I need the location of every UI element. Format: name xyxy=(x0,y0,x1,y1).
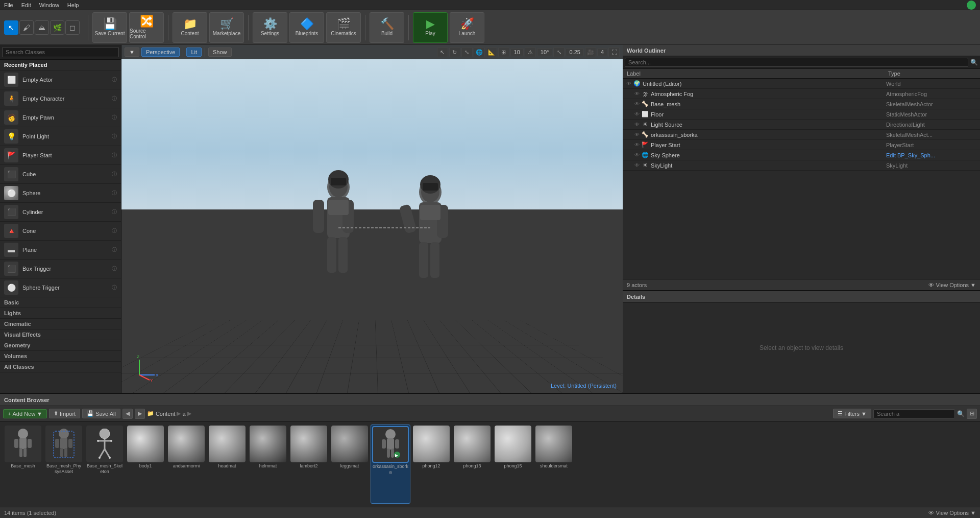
place-item-cube[interactable]: ⬛ Cube ⓘ xyxy=(0,165,121,184)
asset-phong13[interactable]: phong13 xyxy=(452,425,492,504)
outliner-item-orkassasin[interactable]: 👁 🦴 orkassasin_sborka SkeletalMeshAct... xyxy=(623,130,980,140)
category-cinematic[interactable]: Cinematic xyxy=(0,319,121,329)
marketplace-button[interactable]: 🛒 Marketplace xyxy=(209,12,244,43)
place-item-player-start[interactable]: 🚩 Player Start ⓘ xyxy=(0,146,121,165)
angle-snap-btn[interactable]: ⚠ xyxy=(525,47,536,57)
place-item-empty-character[interactable]: 🧍 Empty Character ⓘ xyxy=(0,89,121,108)
scale-snap-btn[interactable]: ⤡ xyxy=(553,47,565,57)
place-item-box-trigger[interactable]: ⬛ Box Trigger ⓘ xyxy=(0,260,121,278)
asset-headmat[interactable]: headmat xyxy=(207,425,247,504)
empty-pawn-info[interactable]: ⓘ xyxy=(112,114,117,121)
outliner-item-player-start[interactable]: 👁 🚩 Player Start PlayerStart xyxy=(623,140,980,150)
asset-lambert2[interactable]: lambert2 xyxy=(289,425,329,504)
mode-paint-btn[interactable]: 🖌 xyxy=(19,20,34,35)
nav-back-button[interactable]: ◀ xyxy=(122,409,133,419)
content-button[interactable]: 📁 Content xyxy=(173,12,207,43)
sphere-info[interactable]: ⓘ xyxy=(112,190,117,197)
rotate-btn[interactable]: ↻ xyxy=(449,47,460,57)
type-sky-sphere[interactable]: Edit BP_Sky_Sph... xyxy=(886,152,978,158)
perspective-btn[interactable]: Perspective xyxy=(141,48,180,57)
path-a[interactable]: a xyxy=(182,411,185,417)
vis-atm-fog[interactable]: 👁 xyxy=(633,90,641,98)
lit-btn[interactable]: Lit xyxy=(186,48,202,57)
place-item-empty-pawn[interactable]: 🧑 Empty Pawn ⓘ xyxy=(0,108,121,127)
box-trigger-info[interactable]: ⓘ xyxy=(112,265,117,272)
path-content[interactable]: Content xyxy=(156,411,176,417)
menu-window[interactable]: Window xyxy=(39,2,59,8)
cylinder-info[interactable]: ⓘ xyxy=(112,208,117,216)
show-btn[interactable]: Show xyxy=(208,48,232,57)
vis-untitled[interactable]: 👁 xyxy=(625,80,633,88)
asset-base-mesh[interactable]: Base_mesh xyxy=(3,425,43,504)
place-item-sphere[interactable]: ⚪ Sphere ⓘ xyxy=(0,184,121,203)
maximize-btn[interactable]: ⛶ xyxy=(608,47,620,57)
settings-button[interactable]: ⚙️ Settings xyxy=(253,12,287,43)
asset-helmmat[interactable]: helmmat xyxy=(248,425,288,504)
outliner-view-options[interactable]: 👁 View Options ▼ xyxy=(928,282,976,288)
vis-floor[interactable]: 👁 xyxy=(633,110,641,119)
outliner-search-input[interactable] xyxy=(625,58,968,67)
menu-file[interactable]: File xyxy=(4,2,13,8)
asset-andsarmorms[interactable]: andsarmormi xyxy=(166,425,206,504)
category-basic[interactable]: Basic xyxy=(0,297,121,308)
category-lights[interactable]: Lights xyxy=(0,308,121,319)
place-search-input[interactable] xyxy=(2,47,119,57)
category-volumes[interactable]: Volumes xyxy=(0,351,121,362)
surface-snapping-btn[interactable]: 📐 xyxy=(486,47,497,57)
category-recently-placed[interactable]: Recently Placed xyxy=(0,60,121,70)
place-item-empty-actor[interactable]: ⬜ Empty Actor ⓘ xyxy=(0,70,121,89)
play-button[interactable]: ▶ Play xyxy=(413,12,448,43)
import-button[interactable]: ⬆ Import xyxy=(49,409,80,418)
outliner-item-sky-sphere[interactable]: 👁 🌐 Sky Sphere Edit BP_Sky_Sph... xyxy=(623,150,980,160)
place-item-sphere-trigger[interactable]: ⚪ Sphere Trigger ⓘ xyxy=(0,278,121,297)
cinematics-button[interactable]: 🎬 Cinematics xyxy=(326,12,361,43)
blueprints-button[interactable]: 🔷 Blueprints xyxy=(289,12,324,43)
outliner-item-atmospheric-fog[interactable]: 👁 🌫 Atmospheric Fog AtmosphericFog xyxy=(623,89,980,99)
point-light-info[interactable]: ⓘ xyxy=(112,133,117,140)
vis-base-mesh[interactable]: 👁 xyxy=(633,100,641,108)
source-control-button[interactable]: 🔀 Source Control xyxy=(129,12,164,43)
place-item-cylinder[interactable]: ⬛ Cylinder ⓘ xyxy=(0,203,121,222)
asset-leggsmat[interactable]: leggsmat xyxy=(330,425,370,504)
outliner-item-base-mesh[interactable]: 👁 🦴 Base_mesh SkeletalMeshActor xyxy=(623,99,980,109)
outliner-item-skylight[interactable]: 👁 ☀ SkyLight SkyLight xyxy=(623,160,980,171)
nav-forward-button[interactable]: ▶ xyxy=(135,409,145,419)
asset-orkassasin-sborka[interactable]: ▶ orkassasin_sborka xyxy=(371,425,410,504)
mode-select-btn[interactable]: ↖ xyxy=(4,20,18,35)
vis-player-start[interactable]: 👁 xyxy=(633,141,641,149)
sphere-trigger-info[interactable]: ⓘ xyxy=(112,284,117,291)
filters-button[interactable]: ☰ Filters ▼ xyxy=(833,409,871,418)
camera-speed-btn[interactable]: 🎥 xyxy=(585,47,596,57)
asset-shouldersmat[interactable]: shouldersmat xyxy=(534,425,574,504)
menu-help[interactable]: Help xyxy=(67,2,79,8)
cb-view-toggle[interactable]: ⊞ xyxy=(967,409,977,419)
viewport-options-btn[interactable]: ▼ xyxy=(125,48,139,57)
plane-info[interactable]: ⓘ xyxy=(112,246,117,253)
menu-edit[interactable]: Edit xyxy=(21,2,31,8)
outliner-item-floor[interactable]: 👁 ⬜ Floor StaticMeshActor xyxy=(623,109,980,120)
save-current-button[interactable]: 💾 Save Current xyxy=(92,12,127,43)
empty-character-info[interactable]: ⓘ xyxy=(112,95,117,102)
mode-landscape-btn[interactable]: ⛰ xyxy=(35,20,49,35)
outliner-item-light-source[interactable]: 👁 ☀ Light Source DirectionalLight xyxy=(623,120,980,130)
mode-geometry-btn[interactable]: ◻ xyxy=(65,20,80,35)
outliner-item-untitled[interactable]: 👁 🌍 Untitled (Editor) World xyxy=(623,79,980,89)
vis-skylight[interactable]: 👁 xyxy=(633,161,641,170)
scale-btn[interactable]: ⤡ xyxy=(461,47,473,57)
translate-btn[interactable]: ↖ xyxy=(437,47,448,57)
viewport[interactable]: ▼ Perspective Lit Show ↖ ↻ ⤡ 🌐 📐 ⊞ 10 ⚠ … xyxy=(121,45,623,393)
cb-search-input[interactable] xyxy=(873,409,955,418)
player-start-info[interactable]: ⓘ xyxy=(112,152,117,159)
category-all-classes[interactable]: All Classes xyxy=(0,362,121,372)
place-item-point-light[interactable]: 💡 Point Light ⓘ xyxy=(0,127,121,146)
asset-body1[interactable]: body1 xyxy=(126,425,165,504)
asset-base-mesh-skeleton[interactable]: Base_mesh_Skeleton xyxy=(85,425,125,504)
category-visual-effects[interactable]: Visual Effects xyxy=(0,329,121,340)
cube-info[interactable]: ⓘ xyxy=(112,171,117,178)
world-space-btn[interactable]: 🌐 xyxy=(474,47,485,57)
empty-actor-info[interactable]: ⓘ xyxy=(112,76,117,83)
place-item-plane[interactable]: ▬ Plane ⓘ xyxy=(0,241,121,260)
outliner-search-icon[interactable]: 🔍 xyxy=(970,59,978,66)
launch-button[interactable]: 🚀 Launch xyxy=(450,12,484,43)
vis-light-source[interactable]: 👁 xyxy=(633,121,641,129)
